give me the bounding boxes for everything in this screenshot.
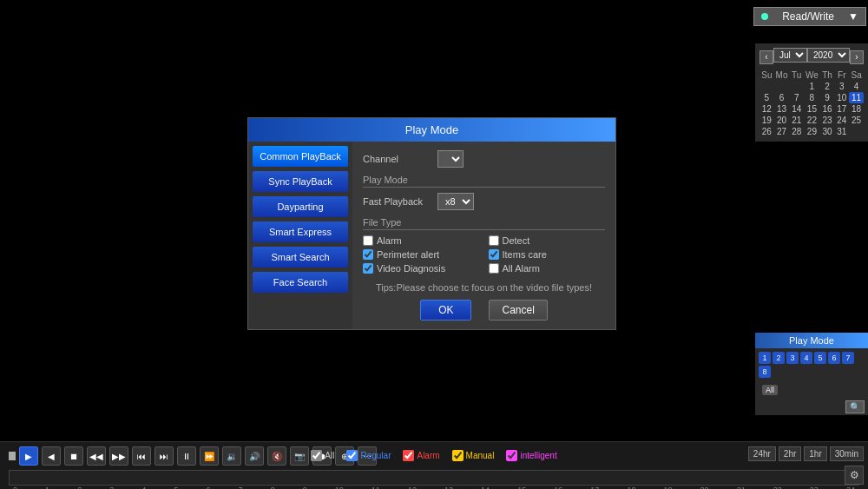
year-select[interactable]: 2020	[807, 48, 850, 63]
nav-dayparting-button[interactable]: Dayparting	[253, 196, 348, 217]
calendar-day-cell[interactable]: 7	[789, 92, 804, 103]
fast-playback-select[interactable]: x8	[437, 193, 474, 210]
ok-button[interactable]: OK	[420, 300, 471, 320]
nav-sync-playback-button[interactable]: Sync PlayBack	[253, 171, 348, 192]
calendar-day-cell[interactable]: 12	[760, 103, 774, 115]
timeline-marker: 2	[77, 486, 82, 489]
calendar-day-cell[interactable]: 24	[834, 115, 849, 126]
calendar-day-cell[interactable]: 14	[789, 103, 804, 115]
nav-smart-search-button[interactable]: Smart Search	[253, 247, 348, 268]
fast-playback-label: Fast Playback	[363, 196, 432, 207]
calendar-day-cell[interactable]: 10	[834, 92, 849, 103]
legend-intelligent-label: intelligent	[520, 451, 556, 460]
nav-face-search-button[interactable]: Face Search	[253, 272, 348, 293]
channel-label: Channel	[363, 154, 432, 164]
perimeter-alert-checkbox[interactable]	[363, 249, 373, 260]
items-care-checkbox[interactable]	[489, 249, 499, 260]
calendar-day-cell[interactable]: 13	[774, 103, 790, 115]
calendar-day-cell[interactable]: 8	[804, 92, 820, 103]
calendar-day-cell[interactable]: 19	[760, 115, 774, 126]
month-select[interactable]: Jul	[773, 48, 807, 63]
all-channels-button[interactable]: All	[762, 385, 778, 395]
prev-month-button[interactable]: ‹	[760, 50, 773, 64]
dialog-content: Channel Play Mode Fast Playback x8 File …	[352, 142, 615, 329]
calendar-day-cell[interactable]: 27	[774, 126, 790, 137]
calendar-day-cell[interactable]: 15	[804, 103, 820, 115]
checkbox-alarm-item: Alarm	[363, 235, 480, 246]
channel-7-button[interactable]: 7	[842, 352, 854, 364]
timeline-marker: 22	[773, 486, 782, 489]
calendar-day-cell[interactable]: 23	[820, 115, 835, 126]
read-write-button[interactable]: Read/Write ▼	[753, 7, 866, 26]
time-1hr-button[interactable]: 1hr	[804, 446, 826, 461]
channel-2-button[interactable]: 2	[773, 352, 785, 364]
legend-intelligent-checkbox[interactable]	[506, 450, 517, 461]
dialog-body: Common PlayBackSync PlayBackDaypartingSm…	[248, 142, 615, 329]
timeline-marker: 1	[45, 486, 49, 489]
status-dot	[761, 13, 768, 20]
calendar-day-cell[interactable]: 21	[789, 115, 804, 126]
time-24hr-button[interactable]: 24hr	[748, 446, 776, 461]
calendar-day-cell[interactable]: 6	[774, 92, 790, 103]
calendar-day-cell[interactable]: 22	[804, 115, 820, 126]
settings-button[interactable]: ⚙	[845, 466, 864, 485]
calendar-day-cell[interactable]: 16	[820, 103, 835, 115]
file-type-checkboxes: AlarmDetectPerimeter alertItems careVide…	[363, 235, 605, 274]
all-alarm-checkbox[interactable]	[489, 263, 499, 274]
calendar-day-cell[interactable]: 25	[849, 115, 864, 126]
nav-smart-express-button[interactable]: Smart Express	[253, 221, 348, 242]
time-30min-button[interactable]: 30min	[830, 446, 864, 461]
next-month-button[interactable]: ›	[850, 50, 864, 64]
legend-manual-checkbox[interactable]	[452, 450, 464, 461]
cancel-button[interactable]: Cancel	[489, 300, 547, 320]
calendar-day-cell[interactable]: 30	[820, 126, 835, 137]
file-type-section-title: File Type	[363, 217, 605, 230]
timeline-marker: 4	[141, 486, 146, 489]
calendar-day-cell[interactable]: 18	[849, 103, 864, 115]
calendar-day-cell[interactable]: 2	[820, 81, 835, 92]
timeline-marker: 11	[372, 486, 380, 489]
channel-search-area: 🔍	[755, 399, 868, 415]
channel-3-button[interactable]: 3	[786, 352, 799, 364]
calendar-day-cell[interactable]: 9	[820, 92, 835, 103]
calendar-day-cell[interactable]: 1	[804, 81, 820, 92]
calendar-day-cell[interactable]: 3	[834, 81, 849, 92]
legend-alarm-checkbox[interactable]	[403, 450, 414, 461]
video-diagnosis-checkbox[interactable]	[363, 263, 373, 274]
calendar-day-header: Th	[820, 69, 835, 81]
calendar-day-cell[interactable]: 29	[804, 126, 820, 137]
channel-8-button[interactable]: 8	[759, 366, 771, 378]
dialog-nav: Common PlayBackSync PlayBackDaypartingSm…	[248, 142, 352, 329]
channel-search-button[interactable]: 🔍	[845, 400, 865, 413]
detect-checkbox[interactable]	[489, 235, 499, 246]
calendar-table: SuMoTuWeThFrSa 1234567891011121314151617…	[760, 69, 864, 137]
dialog-buttons: OK Cancel	[363, 300, 605, 320]
play-mode-dialog: Play Mode Common PlayBackSync PlayBackDa…	[247, 117, 616, 330]
channel-4-button[interactable]: 4	[800, 352, 812, 364]
channel-5-button[interactable]: 5	[814, 352, 826, 364]
legend-regular-checkbox[interactable]	[346, 450, 358, 461]
checkbox-all-alarm-item: All Alarm	[489, 263, 606, 274]
timeline[interactable]	[9, 470, 859, 486]
channel-select[interactable]	[437, 150, 464, 168]
time-2hr-button[interactable]: 2hr	[779, 446, 801, 461]
channel-6-button[interactable]: 6	[828, 352, 840, 364]
calendar-day-cell[interactable]: 26	[760, 126, 774, 137]
calendar-day-cell[interactable]: 5	[760, 92, 774, 103]
calendar-day-cell[interactable]: 31	[834, 126, 849, 137]
calendar-day-cell[interactable]: 4	[849, 81, 864, 92]
nav-common-playback-button[interactable]: Common PlayBack	[253, 146, 348, 167]
legend-all-checkbox[interactable]	[311, 450, 322, 461]
calendar-day-cell	[760, 81, 774, 92]
calendar-day-cell[interactable]: 28	[789, 126, 804, 137]
calendar-day-cell[interactable]: 11	[849, 92, 864, 103]
play-mode-section-title: Play Mode	[363, 175, 605, 188]
calendar-day-cell[interactable]: 17	[834, 103, 849, 115]
timeline-marker: 20	[700, 486, 709, 489]
alarm-checkbox[interactable]	[363, 235, 373, 246]
calendar-day-cell[interactable]: 20	[774, 115, 790, 126]
calendar-day-header: Fr	[834, 69, 849, 81]
right-panel: ‹ Jul 2020 › SuMoTuWeThFrSa 123456789101…	[755, 43, 868, 142]
channel-1-button[interactable]: 1	[759, 352, 771, 364]
time-buttons: 24hr2hr1hr30min	[748, 446, 864, 461]
